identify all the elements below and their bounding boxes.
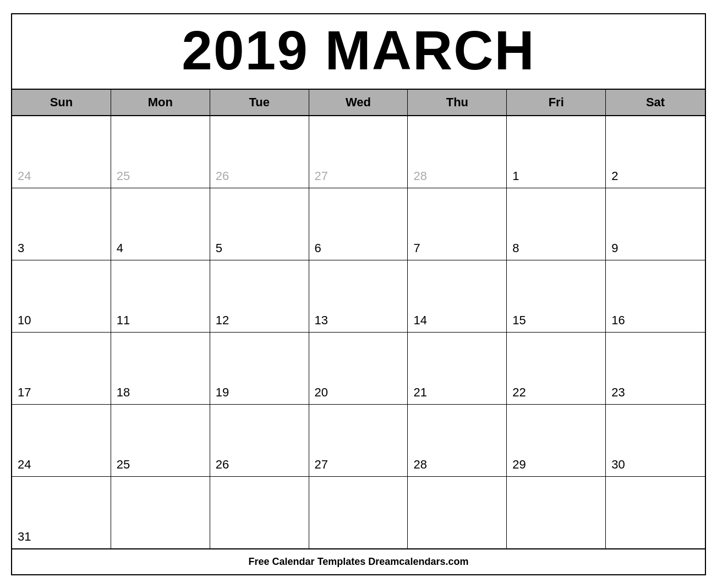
day-number: 23 <box>611 385 699 400</box>
day-number: 16 <box>611 313 699 328</box>
day-number: 26 <box>216 169 303 183</box>
day-number: 18 <box>117 385 204 400</box>
day-cell: 25 <box>111 405 210 476</box>
day-cell: 7 <box>408 188 507 260</box>
day-cell: 6 <box>309 188 408 260</box>
day-cell: 28 <box>408 116 507 188</box>
day-cell: 27 <box>309 405 408 476</box>
day-cell: 29 <box>507 405 606 476</box>
day-cell: 26 <box>210 405 309 476</box>
day-number: 19 <box>216 385 303 400</box>
day-header-fri: Fri <box>507 90 606 115</box>
day-number: 24 <box>18 169 105 183</box>
week-row-6: 31 <box>12 477 705 548</box>
day-header-tue: Tue <box>210 90 309 115</box>
day-number: 30 <box>611 458 699 472</box>
calendar-header: 2019 MARCH <box>12 14 705 90</box>
day-cell: 5 <box>210 188 309 260</box>
day-number: 17 <box>18 385 105 400</box>
calendar: 2019 MARCH SunMonTueWedThuFriSat 2425262… <box>11 13 706 575</box>
day-cell: 30 <box>606 405 705 476</box>
day-number: 27 <box>315 169 402 183</box>
day-cell: 14 <box>408 260 507 332</box>
day-number: 25 <box>117 458 204 472</box>
day-number: 6 <box>315 241 402 255</box>
day-cell: 4 <box>111 188 210 260</box>
day-number: 4 <box>117 241 204 255</box>
day-cell: 10 <box>12 260 111 332</box>
day-cell: 24 <box>12 116 111 188</box>
day-cell: 9 <box>606 188 705 260</box>
day-number: 24 <box>18 458 105 472</box>
footer-text: Free Calendar Templates Dreamcalendars.c… <box>249 556 469 567</box>
day-header-sun: Sun <box>12 90 111 115</box>
day-number: 14 <box>413 313 501 328</box>
day-cell: 25 <box>111 116 210 188</box>
day-cell <box>606 477 705 548</box>
day-number: 29 <box>512 458 600 472</box>
day-cell <box>111 477 210 548</box>
day-number: 26 <box>216 458 303 472</box>
day-number: 22 <box>512 385 600 400</box>
day-cell: 12 <box>210 260 309 332</box>
day-number: 1 <box>512 169 600 183</box>
day-number: 15 <box>512 313 600 328</box>
day-cell: 1 <box>507 116 606 188</box>
day-cell: 26 <box>210 116 309 188</box>
calendar-weeks: 2425262728123456789101112131415161718192… <box>12 116 705 548</box>
day-cell: 24 <box>12 405 111 476</box>
day-number: 31 <box>18 530 105 544</box>
calendar-footer: Free Calendar Templates Dreamcalendars.c… <box>12 548 705 574</box>
day-cell: 21 <box>408 333 507 404</box>
day-cell: 17 <box>12 333 111 404</box>
day-number: 20 <box>315 385 402 400</box>
day-cell: 3 <box>12 188 111 260</box>
week-row-4: 17181920212223 <box>12 333 705 405</box>
day-header-mon: Mon <box>111 90 210 115</box>
week-row-5: 24252627282930 <box>12 405 705 477</box>
day-number: 27 <box>315 458 402 472</box>
day-cell: 15 <box>507 260 606 332</box>
day-number: 28 <box>413 169 501 183</box>
calendar-grid: SunMonTueWedThuFriSat 242526272812345678… <box>12 90 705 548</box>
day-cell: 23 <box>606 333 705 404</box>
day-number: 25 <box>117 169 204 183</box>
day-cell: 2 <box>606 116 705 188</box>
day-cell: 19 <box>210 333 309 404</box>
day-number: 7 <box>413 241 501 255</box>
day-number: 28 <box>413 458 501 472</box>
day-cell: 22 <box>507 333 606 404</box>
day-number: 21 <box>413 385 501 400</box>
day-number: 2 <box>611 169 699 183</box>
week-row-1: 242526272812 <box>12 116 705 188</box>
day-cell: 11 <box>111 260 210 332</box>
day-header-thu: Thu <box>408 90 507 115</box>
day-number: 10 <box>18 313 105 328</box>
day-cell: 18 <box>111 333 210 404</box>
day-cell: 20 <box>309 333 408 404</box>
day-cell <box>408 477 507 548</box>
day-number: 3 <box>18 241 105 255</box>
day-number: 9 <box>611 241 699 255</box>
week-row-2: 3456789 <box>12 188 705 260</box>
day-number: 12 <box>216 313 303 328</box>
day-header-wed: Wed <box>309 90 408 115</box>
day-cell <box>309 477 408 548</box>
day-cell: 13 <box>309 260 408 332</box>
calendar-title: 2019 MARCH <box>12 20 705 80</box>
day-header-sat: Sat <box>606 90 705 115</box>
day-cell: 16 <box>606 260 705 332</box>
day-number: 5 <box>216 241 303 255</box>
day-cell <box>210 477 309 548</box>
day-cell: 31 <box>12 477 111 548</box>
day-cell <box>507 477 606 548</box>
day-number: 13 <box>315 313 402 328</box>
day-cell: 8 <box>507 188 606 260</box>
day-number: 8 <box>512 241 600 255</box>
day-cell: 27 <box>309 116 408 188</box>
day-cell: 28 <box>408 405 507 476</box>
day-headers-row: SunMonTueWedThuFriSat <box>12 90 705 116</box>
day-number: 11 <box>117 313 204 328</box>
week-row-3: 10111213141516 <box>12 260 705 333</box>
